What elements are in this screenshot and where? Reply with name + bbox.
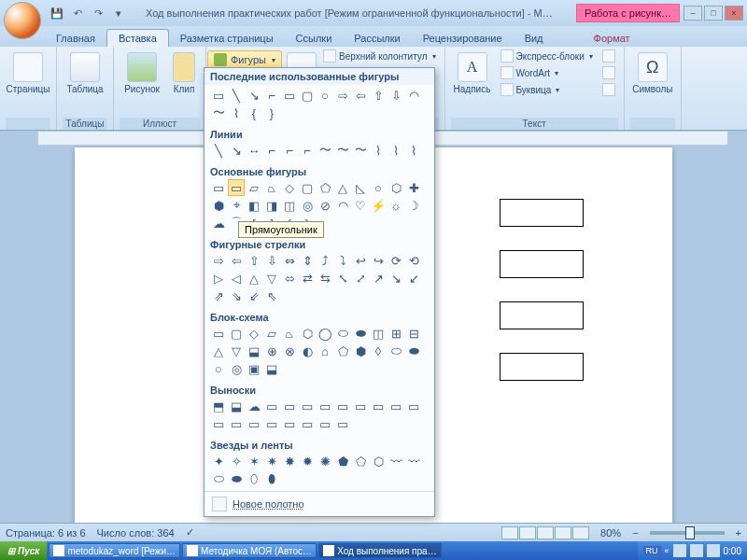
fc14[interactable]: ▽ bbox=[228, 343, 245, 359]
shape-line[interactable]: ╲ bbox=[228, 87, 245, 104]
fc1[interactable]: ▭ bbox=[210, 325, 227, 342]
co1[interactable]: ⬒ bbox=[210, 398, 227, 414]
sa25[interactable]: ⇗ bbox=[210, 287, 227, 304]
sa1[interactable]: ⇨ bbox=[210, 252, 227, 269]
tray-icon-1[interactable] bbox=[673, 544, 686, 557]
co8[interactable]: ▭ bbox=[334, 398, 351, 414]
fc25[interactable]: ○ bbox=[210, 360, 227, 377]
tab-mailings[interactable]: Рассылки bbox=[343, 30, 411, 47]
sa5[interactable]: ⇔ bbox=[281, 252, 298, 269]
table-button[interactable]: Таблица bbox=[63, 49, 107, 94]
co11[interactable]: ▭ bbox=[388, 398, 404, 414]
tab-references[interactable]: Ссылки bbox=[285, 30, 344, 47]
sa23[interactable]: ↘ bbox=[388, 270, 404, 287]
tab-home[interactable]: Главная bbox=[45, 30, 106, 47]
qat-customize-icon[interactable]: ▾ bbox=[110, 5, 127, 21]
sa28[interactable]: ⇖ bbox=[263, 287, 280, 304]
co2[interactable]: ⬓ bbox=[228, 398, 245, 414]
shape-lightning[interactable]: ⚡ bbox=[370, 197, 387, 214]
st4[interactable]: ✷ bbox=[263, 453, 280, 469]
shape-textbox[interactable]: ▭ bbox=[210, 87, 227, 104]
sa9[interactable]: ↩ bbox=[352, 252, 369, 269]
co16[interactable]: ▭ bbox=[263, 415, 280, 432]
wordart-button[interactable]: WordArt bbox=[498, 65, 596, 80]
st16[interactable]: ⬮ bbox=[263, 470, 280, 487]
shape-arrow[interactable]: ↘ bbox=[246, 87, 262, 104]
sa21[interactable]: ⤢ bbox=[352, 270, 369, 287]
shape-oval[interactable]: ○ bbox=[317, 87, 333, 104]
shape-no[interactable]: ⊘ bbox=[317, 197, 333, 214]
co3[interactable]: ☁ bbox=[246, 398, 262, 414]
tab-view[interactable]: Вид bbox=[514, 30, 555, 47]
co12[interactable]: ▭ bbox=[405, 398, 422, 414]
drawn-rectangle-1[interactable] bbox=[500, 199, 584, 227]
shape-roundrect[interactable]: ▢ bbox=[299, 87, 316, 104]
gallery-new-canvas[interactable]: Новое полотно bbox=[204, 491, 434, 516]
fc11[interactable]: ⊞ bbox=[388, 325, 404, 342]
status-words[interactable]: Число слов: 364 bbox=[97, 527, 175, 539]
st6[interactable]: ✹ bbox=[299, 453, 316, 469]
drawn-rectangle-4[interactable] bbox=[500, 353, 584, 381]
co4[interactable]: ▭ bbox=[263, 398, 280, 414]
sa18[interactable]: ⇄ bbox=[299, 270, 316, 287]
datetime-button[interactable] bbox=[599, 65, 618, 80]
fc17[interactable]: ⊗ bbox=[281, 343, 298, 359]
fc3[interactable]: ◇ bbox=[246, 325, 262, 342]
st2[interactable]: ✧ bbox=[228, 453, 245, 469]
shape-oval2[interactable]: ○ bbox=[370, 179, 387, 196]
co6[interactable]: ▭ bbox=[299, 398, 316, 414]
save-icon[interactable]: 💾 bbox=[49, 5, 65, 21]
shape-moon[interactable]: ☽ bbox=[405, 197, 422, 214]
fc4[interactable]: ▱ bbox=[263, 325, 280, 342]
shape-freeform2[interactable]: ⌇ bbox=[388, 142, 404, 159]
object-button[interactable] bbox=[599, 82, 618, 97]
shape-cross[interactable]: ✚ bbox=[405, 179, 422, 196]
co17[interactable]: ▭ bbox=[281, 415, 298, 432]
pages-button[interactable]: Страницы bbox=[6, 49, 50, 94]
st13[interactable]: ⬭ bbox=[210, 470, 227, 487]
sa14[interactable]: ◁ bbox=[228, 270, 245, 287]
tab-insert[interactable]: Вставка bbox=[106, 29, 169, 47]
maximize-button[interactable]: □ bbox=[704, 6, 723, 21]
taskbar-item-1[interactable]: metodukaz_word [Режи… bbox=[49, 543, 180, 558]
sa27[interactable]: ⇙ bbox=[246, 287, 262, 304]
sa19[interactable]: ⇆ bbox=[317, 270, 333, 287]
shape-octagon[interactable]: ⬠ bbox=[317, 179, 333, 196]
shape-bevel[interactable]: ◧ bbox=[246, 197, 262, 214]
view-full-screen[interactable] bbox=[519, 526, 536, 539]
sa20[interactable]: ⤡ bbox=[334, 270, 351, 287]
st12[interactable]: 〰 bbox=[405, 453, 422, 469]
close-button[interactable]: × bbox=[725, 6, 743, 21]
fc15[interactable]: ⬓ bbox=[246, 343, 262, 359]
dropcap-button[interactable]: Буквица bbox=[498, 82, 596, 97]
fc22[interactable]: ◊ bbox=[370, 343, 387, 359]
drawn-rectangle-2[interactable] bbox=[500, 250, 584, 278]
st7[interactable]: ✺ bbox=[317, 453, 333, 469]
sa24[interactable]: ↙ bbox=[405, 270, 422, 287]
shape-rectangle-selected[interactable]: ▭ bbox=[228, 179, 245, 196]
shape-heart[interactable]: ♡ bbox=[352, 197, 369, 214]
sa16[interactable]: ▽ bbox=[263, 270, 280, 287]
fc12[interactable]: ⊟ bbox=[405, 325, 422, 342]
status-language-icon[interactable]: ✓ bbox=[186, 526, 194, 539]
contextual-tab-picture-tools[interactable]: Работа с рисунк… bbox=[576, 4, 680, 22]
fc20[interactable]: ⬠ bbox=[334, 343, 351, 359]
fc19[interactable]: ⌂ bbox=[317, 343, 333, 359]
shape-elbow[interactable]: ⌐ bbox=[263, 142, 280, 159]
picture-button[interactable]: Рисунок bbox=[120, 49, 164, 94]
view-print-layout[interactable] bbox=[501, 526, 518, 539]
fc5[interactable]: ⏢ bbox=[281, 325, 298, 342]
shape-line2[interactable]: ╲ bbox=[210, 142, 227, 159]
shape-roundrect2[interactable]: ▢ bbox=[299, 179, 316, 196]
fc9[interactable]: ⬬ bbox=[352, 325, 369, 342]
zoom-slider[interactable] bbox=[650, 531, 725, 535]
fc18[interactable]: ◐ bbox=[299, 343, 316, 359]
shape-textbox2[interactable]: ▭ bbox=[210, 179, 227, 196]
shape-freeform[interactable]: ⌇ bbox=[228, 105, 245, 121]
shape-folded[interactable]: ◨ bbox=[263, 197, 280, 214]
shape-scribble2[interactable]: ⌇ bbox=[405, 142, 422, 159]
fc26[interactable]: ◎ bbox=[228, 360, 245, 377]
symbols-button[interactable]: ΩСимволы bbox=[630, 49, 675, 94]
shape-donut[interactable]: ◎ bbox=[299, 197, 316, 214]
fc2[interactable]: ▢ bbox=[228, 325, 245, 342]
